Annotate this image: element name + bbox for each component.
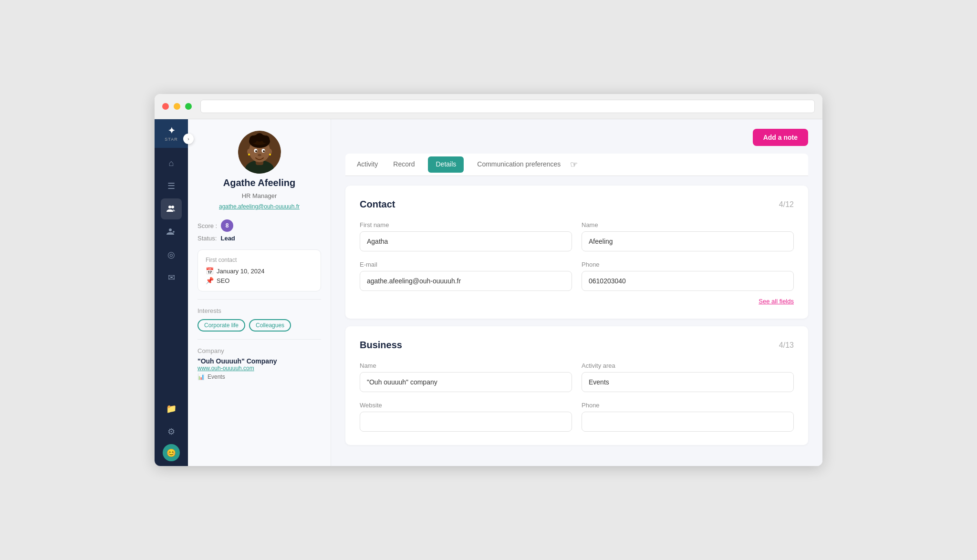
address-bar[interactable] [200,100,815,113]
first-contact-source: 📌 SEO [206,277,313,284]
first-name-label: First name [360,221,572,228]
sidebar-item-files[interactable]: 📁 [161,398,182,419]
sidebar-item-mail[interactable]: ✉ [161,267,182,288]
profile-name: Agathe Afeeling [223,177,296,188]
sidebar: ✦ STAR › ⌂ ☰ [155,119,188,466]
svg-point-20 [269,154,271,156]
business-section-title: Business [360,340,402,351]
see-all-fields: See all fields [360,297,794,305]
business-phone-label: Phone [582,402,794,409]
company-url[interactable]: www.ouh-ouuuuh.com [197,365,321,372]
tab-details[interactable]: Details [428,156,464,173]
business-phone-input[interactable] [582,412,794,432]
name-group: Name [582,221,794,251]
sidebar-item-contacts[interactable] [161,198,182,219]
first-contact-source-value: SEO [217,277,229,284]
left-panel: Agathe Afeeling HR Manager agathe.afeeli… [188,119,331,466]
email-group: E-mail [360,261,572,291]
browser-dot-minimize[interactable] [174,103,180,110]
contact-section-title: Contact [360,199,395,210]
contact-form-grid: First name Name E-mail Phone [360,221,794,291]
sidebar-item-user-avatar[interactable]: 😊 [163,444,180,461]
see-all-link[interactable]: See all fields [759,298,794,305]
email-label: E-mail [360,261,572,268]
star-icon: ✦ [168,125,175,136]
svg-point-15 [263,150,265,152]
score-label: Score : [197,222,217,229]
status-label: Status: [197,235,217,242]
company-title: Company [197,347,321,354]
phone-label: Phone [582,261,794,268]
first-contact-date: 📅 January 10, 2024 [206,267,313,275]
sidebar-item-home[interactable]: ⌂ [161,153,182,174]
panel-divider-2 [197,339,321,340]
contact-section-count: 4/12 [779,200,794,209]
sidebar-toggle[interactable]: › [183,134,194,144]
status-value: Lead [220,235,235,242]
svg-point-16 [258,154,261,156]
browser-dot-maximize[interactable] [185,103,192,110]
profile-email[interactable]: agathe.afeeling@ouh-ouuuuh.fr [219,203,300,210]
website-group: Website [360,402,572,432]
sidebar-item-add-contact[interactable] [161,221,182,242]
svg-point-0 [168,206,171,208]
business-section: Business 4/13 Name Activity area [345,326,808,445]
business-name-group: Name [360,362,572,392]
first-contact-card: First contact 📅 January 10, 2024 📌 SEO [197,249,321,291]
contact-section: Contact 4/12 First name Name [345,186,808,319]
sidebar-item-targets[interactable]: ◎ [161,244,182,265]
contact-section-header: Contact 4/12 [360,199,794,210]
app-layout: ✦ STAR › ⌂ ☰ [155,119,822,466]
interests-section: Interests Corporate life Colleagues [197,307,321,332]
sidebar-nav: ⌂ ☰ ◎ [155,148,188,394]
profile-title: HR Manager [242,192,277,199]
industry-icon: 📊 [197,373,205,380]
browser-window: ✦ STAR › ⌂ ☰ [155,94,822,466]
tag-corporate-life[interactable]: Corporate life [197,319,245,332]
website-input[interactable] [360,412,572,432]
sidebar-item-settings[interactable]: ⚙ [161,421,182,442]
status-row: Status: Lead [197,235,321,242]
calendar-icon: 📅 [206,267,214,275]
tag-colleagues[interactable]: Colleagues [249,319,291,332]
business-name-input[interactable] [360,372,572,392]
cursor-icon: ☞ [570,159,578,170]
browser-chrome [155,94,822,119]
industry-value: Events [208,373,225,380]
interests-title: Interests [197,307,321,314]
name-input[interactable] [582,231,794,251]
tabs-bar: Activity Record Details Communication pr… [345,154,808,176]
browser-dot-close[interactable] [162,103,169,110]
add-note-button[interactable]: Add a note [753,129,808,146]
first-contact-title: First contact [206,257,313,263]
first-contact-date-value: January 10, 2024 [217,268,264,275]
tab-communication-preferences[interactable]: Communication preferences [475,154,562,176]
sidebar-logo-text: STAR [165,137,177,142]
svg-point-2 [169,228,172,231]
tab-activity[interactable]: Activity [355,154,380,176]
phone-input[interactable] [582,271,794,291]
business-name-label: Name [360,362,572,369]
panel-divider [197,299,321,300]
name-label: Name [582,221,794,228]
email-input[interactable] [360,271,572,291]
business-section-header: Business 4/13 [360,340,794,351]
company-name: "Ouh Ouuuuh" Company [197,357,321,365]
activity-area-group: Activity area [582,362,794,392]
sidebar-logo: ✦ STAR [155,119,188,148]
first-name-input[interactable] [360,231,572,251]
profile-meta: Score : 8 Status: Lead [197,219,321,242]
main-content: Agathe Afeeling HR Manager agathe.afeeli… [188,119,822,466]
activity-area-input[interactable] [582,372,794,392]
svg-point-11 [262,135,270,143]
sidebar-item-documents[interactable]: ☰ [161,176,182,197]
content-header: Add a note [345,129,808,146]
avatar [238,131,281,174]
svg-point-1 [171,206,174,208]
phone-group: Phone [582,261,794,291]
website-label: Website [360,402,572,409]
svg-point-19 [248,154,250,156]
sidebar-bottom: 📁 ⚙ 😊 [155,394,188,466]
tab-record[interactable]: Record [391,154,416,176]
business-phone-group: Phone [582,402,794,432]
